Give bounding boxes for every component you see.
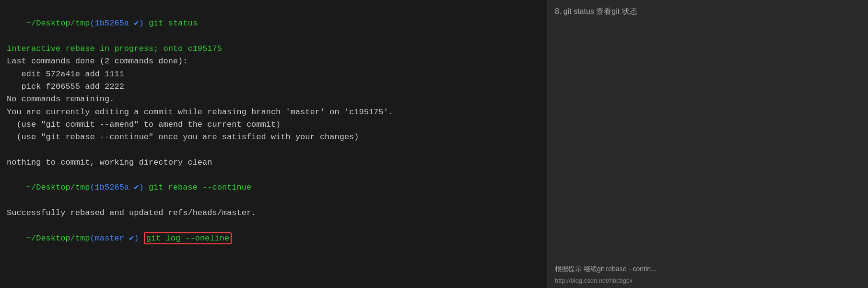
prompt-hash-2: (1b5265a ✔) bbox=[90, 183, 143, 192]
prompt-path-1: ~/Desktop/tmp bbox=[26, 19, 90, 28]
terminal-line-2: interactive rebase in progress; onto c19… bbox=[7, 43, 540, 55]
terminal-line-11: nothing to commit, working directory cle… bbox=[7, 156, 540, 169]
terminal-line-12: ~/Desktop/tmp(1b5265a ✔) git rebase --co… bbox=[7, 169, 540, 207]
terminal-line-6: No commands remaining. bbox=[7, 93, 540, 106]
highlighted-command: git log --oneline bbox=[144, 232, 232, 244]
prompt-path-3: ~/Desktop/tmp bbox=[26, 234, 90, 243]
prompt-branch-3: (master ✔) bbox=[90, 234, 139, 243]
terminal-line-13: Successfully rebased and updated refs/he… bbox=[7, 207, 540, 219]
terminal-line-3: Last commands done (2 commands done): bbox=[7, 55, 540, 68]
terminal-line-9: (use "git rebase --continue" once you ar… bbox=[7, 131, 540, 144]
prompt-hash-1: (1b5265a ✔) bbox=[90, 19, 143, 28]
terminal-line-4: edit 572a41e add 1111 bbox=[7, 68, 540, 81]
prompt-path-2: ~/Desktop/tmp bbox=[26, 183, 90, 192]
empty-line-1 bbox=[7, 144, 540, 156]
sidebar-bottom-label: 根据提示 继续git rebase --contin... bbox=[555, 265, 657, 274]
terminal-line-14: ~/Desktop/tmp(master ✔) git log --onelin… bbox=[7, 220, 540, 258]
prompt-cmd-2: git rebase --continue bbox=[144, 183, 251, 192]
terminal-line-5: pick f206555 add 2222 bbox=[7, 81, 540, 93]
sidebar-url: http://blog.csdn.net/hbcbgcx bbox=[555, 277, 633, 284]
terminal-line-7: You are currently editing a commit while… bbox=[7, 106, 540, 119]
prompt-cmd-1: git status bbox=[144, 19, 198, 28]
sidebar-title: 8. git status 查看git 状态 bbox=[555, 5, 860, 18]
terminal-line-8: (use "git commit --amend" to amend the c… bbox=[7, 119, 540, 131]
terminal-line-1: ~/Desktop/tmp(1b5265a ✔) git status bbox=[7, 5, 540, 43]
terminal-panel: ~/Desktop/tmp(1b5265a ✔) git status inte… bbox=[0, 0, 547, 288]
prompt-cmd-3 bbox=[139, 234, 144, 243]
sidebar-panel: 8. git status 查看git 状态 根据提示 继续git rebase… bbox=[547, 0, 868, 288]
